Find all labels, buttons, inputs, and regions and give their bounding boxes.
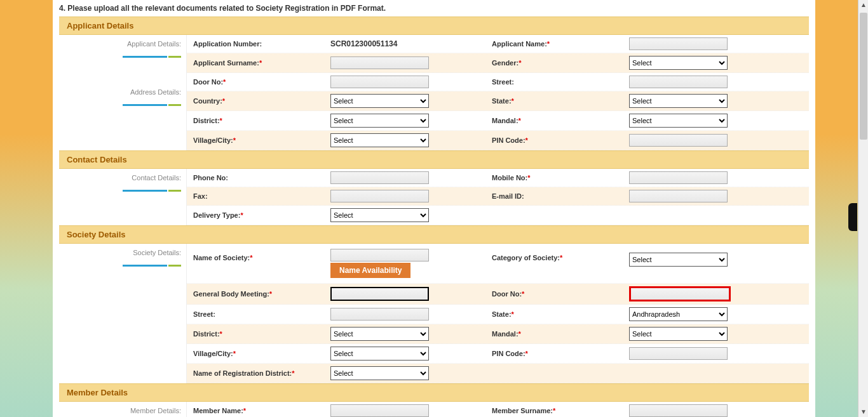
scroll-up-icon[interactable]: ▲: [858, 0, 868, 10]
input-member-surname[interactable]: [629, 404, 728, 417]
label-member-name: Member Name:*: [187, 404, 327, 417]
applicant-section-header: Applicant Details: [59, 17, 809, 35]
address-side-label: Address Details:: [130, 88, 181, 98]
input-gbm[interactable]: [330, 287, 429, 301]
label-surname: Applicant Surname:*: [187, 56, 327, 69]
input-phone[interactable]: [330, 171, 429, 184]
label-delivery: Delivery Type:*: [187, 209, 327, 222]
label-door: Door No:*: [187, 76, 327, 88]
input-soc-door[interactable]: [629, 286, 731, 301]
member-section-header: Member Details: [59, 383, 809, 402]
input-app-name[interactable]: [629, 37, 728, 50]
feedback-tab[interactable]: [848, 203, 857, 231]
label-category: Category of Society:*: [485, 248, 625, 264]
select-state[interactable]: Select: [629, 94, 728, 108]
select-gender[interactable]: Select: [629, 56, 728, 70]
scroll-thumb[interactable]: [860, 13, 867, 140]
label-gbm: General Body Meeting:*: [187, 288, 327, 300]
input-fax[interactable]: [330, 190, 429, 202]
browser-scrollbar[interactable]: ▲ ▼: [858, 0, 868, 417]
label-soc-district: District:*: [187, 328, 327, 340]
label-pin: PIN Code:*: [485, 134, 625, 147]
select-delivery[interactable]: Select: [330, 208, 429, 222]
label-phone: Phone No:: [187, 171, 327, 184]
select-soc-state[interactable]: Andhrapradesh: [629, 307, 728, 321]
select-village[interactable]: Select: [330, 133, 429, 147]
select-category[interactable]: Select: [629, 253, 728, 267]
input-door[interactable]: [330, 76, 429, 88]
label-mandal: Mandal:*: [485, 114, 625, 127]
label-email: E-mail ID:: [485, 190, 625, 202]
select-mandal[interactable]: Select: [629, 114, 728, 128]
scroll-down-icon[interactable]: ▼: [858, 407, 868, 417]
label-gender: Gender:*: [485, 56, 625, 69]
applicant-side-label: Applicant Details:: [127, 40, 181, 50]
input-email[interactable]: [629, 190, 728, 202]
input-society-name[interactable]: [330, 249, 429, 261]
input-soc-pin[interactable]: [629, 347, 728, 360]
label-fax: Fax:: [187, 190, 327, 202]
select-soc-district[interactable]: Select: [330, 327, 429, 341]
select-soc-village[interactable]: Select: [330, 347, 429, 361]
label-street: Street:: [485, 76, 625, 88]
label-country: Country:*: [187, 95, 327, 107]
name-availability-button[interactable]: Name Availability: [330, 263, 410, 278]
label-soc-mandal: Mandal:*: [485, 328, 625, 340]
select-country[interactable]: Select: [330, 94, 429, 108]
label-state: State:*: [485, 95, 625, 107]
select-district[interactable]: Select: [330, 114, 429, 128]
input-soc-street[interactable]: [330, 308, 429, 321]
select-reg-district[interactable]: Select: [330, 366, 429, 380]
label-society-name: Name of Society:*: [187, 248, 327, 264]
instruction-text: 4. Please upload all the relevant docume…: [59, 0, 809, 17]
label-reg-district: Name of Registration District:*: [187, 367, 327, 380]
input-street[interactable]: [629, 76, 728, 88]
label-app-number: Application Number:: [187, 37, 327, 50]
label-soc-village: Village/City:*: [187, 347, 327, 360]
select-soc-mandal[interactable]: Select: [629, 327, 728, 341]
input-member-name[interactable]: [330, 404, 429, 417]
contact-side-label: Contact Details:: [132, 174, 181, 184]
label-member-surname: Member Surname:*: [485, 404, 625, 417]
label-soc-pin: PIN Code:*: [485, 347, 625, 360]
label-mobile: Mobile No:*: [485, 171, 625, 184]
input-pin[interactable]: [629, 134, 728, 147]
society-side-label: Society Details:: [133, 249, 181, 259]
label-app-name: Applicant Name:*: [485, 37, 625, 50]
society-section-header: Society Details: [59, 225, 809, 244]
member-side-label: Member Details:: [130, 407, 181, 417]
value-app-number: SCR012300051134: [330, 39, 397, 48]
label-village: Village/City:*: [187, 134, 327, 147]
label-soc-state: State:*: [485, 308, 625, 321]
label-district: District:*: [187, 114, 327, 127]
label-soc-door: Door No:*: [485, 288, 625, 300]
input-mobile[interactable]: [629, 171, 728, 184]
label-soc-street: Street:: [187, 308, 327, 321]
contact-section-header: Contact Details: [59, 150, 809, 169]
input-surname[interactable]: [330, 56, 429, 69]
